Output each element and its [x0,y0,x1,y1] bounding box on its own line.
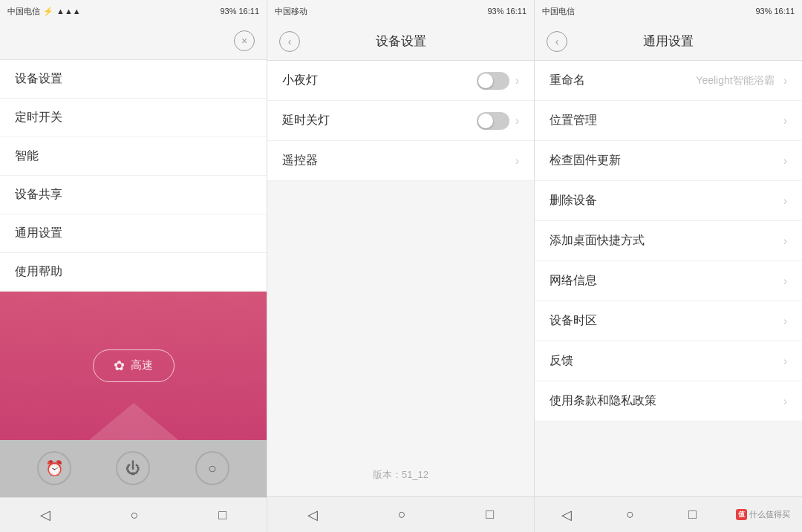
delete-right: › [783,194,787,208]
light-icon: ○ [208,460,217,477]
toolbar-1: × [0,22,267,60]
back-button-2[interactable]: ‹ [279,31,300,52]
signal-icon-1: ▲▲▲ [56,7,81,16]
toggle-knob-2 [478,114,493,128]
nav-back-2[interactable]: ◁ [293,501,333,529]
nav-menu-1[interactable]: □ [203,502,241,529]
firmware-right: › [783,154,787,168]
settings-item-rename[interactable]: 重命名 Yeelight智能浴霸 › [535,61,802,101]
settings-item-terms[interactable]: 使用条款和隐私政策 › [535,381,802,421]
settings-item-remote[interactable]: 遥控器 › [267,141,534,181]
location-label: 位置管理 [550,113,597,128]
menu-item-share[interactable]: 设备共享 [0,176,267,214]
settings-item-timezone[interactable]: 设备时区 › [535,301,802,341]
timezone-chevron: › [783,315,787,328]
nav-menu-3[interactable]: □ [674,501,711,528]
timer-control-button[interactable]: ⏰ [37,451,71,485]
status-bar-3: 中国电信 93% 16:11 [535,0,802,22]
carrier-text-2: 中国移动 [275,6,307,17]
bottom-controls: ⏰ ⏻ ○ [0,440,267,498]
nav-home-2[interactable]: ○ [383,501,421,528]
delay-off-label: 延时关灯 [282,113,330,128]
version-label: 版本：51_12 [373,468,428,482]
fan-control-area: ✿ 高速 [0,292,267,440]
delay-off-toggle[interactable] [477,112,509,130]
night-light-toggle[interactable] [477,72,509,90]
back-button-3[interactable]: ‹ [547,31,567,52]
watermark-icon: 值 [736,509,747,520]
menu-item-label: 设备设置 [15,71,62,87]
feedback-chevron: › [783,355,787,368]
terms-label: 使用条款和隐私政策 [550,393,656,409]
delay-off-chevron: › [515,114,519,128]
power-control-button[interactable]: ⏻ [116,451,150,485]
menu-item-device-settings[interactable]: 设备设置 [0,60,267,99]
terms-right: › [783,395,787,408]
status-bar-1: 中国电信 ⚡ ▲▲▲ 93% 16:11 [0,0,267,22]
nav-back-3[interactable]: ◁ [547,501,587,529]
nav-home-3[interactable]: ○ [611,501,649,528]
settings-item-network[interactable]: 网络信息 › [535,261,802,301]
fan-icon: ✿ [114,358,125,374]
settings-item-feedback[interactable]: 反馈 › [535,341,802,381]
remote-right: › [515,154,519,168]
panel-header-2: ‹ 设备设置 [267,22,534,61]
menu-item-timer[interactable]: 定时开关 [0,99,267,137]
timer-icon: ⏰ [45,459,64,477]
battery-1: 93% [220,7,236,16]
bluetooth-icon-1: ⚡ [43,7,53,16]
menu-item-help[interactable]: 使用帮助 [0,253,267,292]
shortcut-label: 添加桌面快捷方式 [550,233,645,249]
location-right: › [783,114,787,128]
settings-item-delete[interactable]: 删除设备 › [535,181,802,221]
close-icon: × [241,35,247,47]
rename-right: Yeelight智能浴霸 › [696,74,787,88]
triangle-decoration [89,403,178,440]
light-control-button[interactable]: ○ [195,451,229,485]
menu-item-label: 定时开关 [15,110,62,125]
location-chevron: › [783,114,787,128]
status-right-3: 93% 16:11 [755,7,795,16]
toggle-knob [478,73,493,88]
panel-header-3: ‹ 通用设置 [535,22,802,61]
settings-item-delay-off[interactable]: 延时关灯 › [267,101,534,141]
panel-title-2: 设备设置 [376,33,426,50]
network-label: 网络信息 [550,273,597,289]
close-button[interactable]: × [234,30,255,51]
nav-bar-1: ◁ ○ □ [0,497,267,532]
menu-item-general[interactable]: 通用设置 [0,214,267,253]
settings-item-shortcut[interactable]: 添加桌面快捷方式 › [535,221,802,261]
settings-list-2: 小夜灯 › 延时关灯 › 遥控器 › [267,61,534,181]
timezone-label: 设备时区 [550,313,597,329]
version-text: 版本：51_12 [267,181,534,496]
back-icon-2: ‹ [288,36,292,47]
nav-home-1[interactable]: ○ [116,502,154,529]
night-light-chevron: › [515,74,519,88]
back-icon-3: ‹ [555,36,559,47]
nav-menu-2[interactable]: □ [471,501,509,528]
status-left-3: 中国电信 [542,6,575,17]
nav-bar-2: ◁ ○ □ [267,496,534,532]
fan-speed-label: 高速 [131,358,153,372]
battery-2: 93% [487,7,503,16]
nav-back-1[interactable]: ◁ [25,501,65,529]
feedback-right: › [783,355,787,368]
remote-label: 遥控器 [282,153,318,168]
rename-value: Yeelight智能浴霸 [696,74,774,88]
carrier-text-1: 中国电信 [7,6,40,17]
battery-3: 93% [755,7,772,16]
power-icon: ⏻ [125,460,140,477]
menu-item-smart[interactable]: 智能 [0,137,267,176]
status-bar-2: 中国移动 93% 16:11 [267,0,534,22]
status-carrier-1: 中国电信 ⚡ ▲▲▲ [7,6,81,17]
network-right: › [783,275,787,288]
time-1: 16:11 [238,7,259,16]
menu-list: 设备设置 定时开关 智能 设备共享 通用设置 使用帮助 [0,60,267,292]
settings-item-night-light[interactable]: 小夜灯 › [267,61,534,101]
panel-3: 中国电信 93% 16:11 ‹ 通用设置 重命名 Yeelight智能浴霸 ›… [535,0,802,532]
settings-item-location[interactable]: 位置管理 › [535,101,802,141]
status-right-1: 93% 16:11 [220,7,259,16]
settings-item-firmware[interactable]: 检查固件更新 › [535,141,802,181]
settings-list-3: 重命名 Yeelight智能浴霸 › 位置管理 › 检查固件更新 › 删除设备 … [535,61,802,421]
fan-speed-button[interactable]: ✿ 高速 [93,349,175,382]
